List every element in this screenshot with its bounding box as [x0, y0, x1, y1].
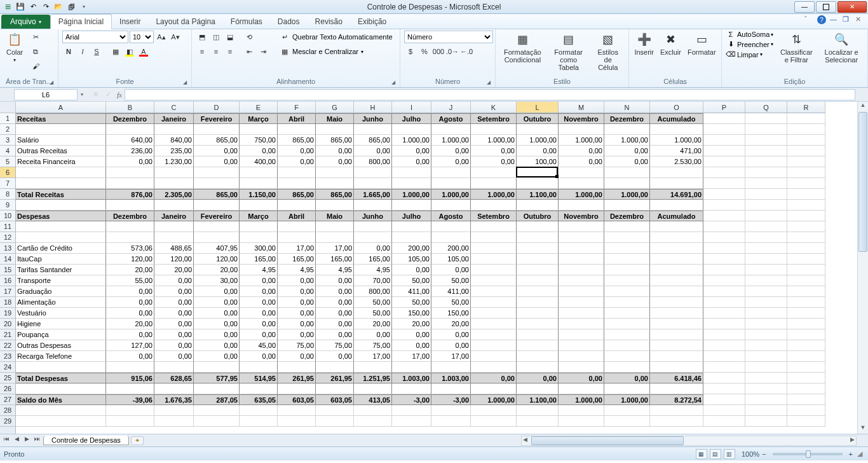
cell[interactable]: 300,00: [240, 243, 278, 254]
cell[interactable]: 0,00: [604, 146, 650, 156]
cell[interactable]: [745, 113, 787, 124]
cell[interactable]: 4,95: [278, 265, 316, 275]
cell[interactable]: 1.000,00: [471, 394, 517, 405]
cell[interactable]: [517, 178, 559, 189]
cell[interactable]: [559, 265, 604, 275]
column-header[interactable]: D: [194, 102, 240, 113]
cell[interactable]: 840,00: [154, 135, 194, 146]
cell[interactable]: [517, 124, 559, 135]
cell[interactable]: [745, 135, 787, 146]
increase-decimal-icon[interactable]: .0→: [446, 45, 459, 58]
cell[interactable]: 0,00: [194, 156, 240, 167]
cell[interactable]: -39,06: [106, 394, 154, 405]
cell[interactable]: 20,00: [106, 319, 154, 329]
number-launcher-icon[interactable]: ◢: [487, 79, 493, 86]
cell[interactable]: [604, 340, 650, 351]
cell[interactable]: [787, 340, 825, 351]
cell[interactable]: [354, 200, 392, 211]
wb-close-icon[interactable]: ✕: [855, 15, 864, 24]
row-header[interactable]: 25: [0, 373, 15, 384]
zoom-out-icon[interactable]: −: [762, 450, 766, 458]
cell[interactable]: Outras Despesas: [16, 340, 106, 351]
cell[interactable]: [106, 384, 154, 394]
cell[interactable]: [745, 178, 787, 189]
cell[interactable]: 1.003,00: [392, 373, 431, 384]
cell[interactable]: [703, 340, 745, 351]
cell[interactable]: [787, 265, 825, 275]
column-header[interactable]: P: [703, 102, 745, 113]
cell[interactable]: [471, 384, 517, 394]
cell[interactable]: [745, 416, 787, 427]
cell[interactable]: [745, 329, 787, 340]
cell[interactable]: 200,00: [431, 243, 471, 254]
cell[interactable]: [559, 297, 604, 308]
cell[interactable]: 0,00: [316, 308, 354, 319]
cell[interactable]: 1.000,00: [392, 189, 431, 200]
align-bottom-icon[interactable]: ⬓: [224, 31, 236, 43]
cell[interactable]: [278, 232, 316, 243]
cell[interactable]: [154, 178, 194, 189]
tab-home[interactable]: Página Inicial: [50, 14, 112, 29]
cell[interactable]: [787, 135, 825, 146]
cell[interactable]: 261,95: [316, 373, 354, 384]
bold-button[interactable]: N: [62, 45, 75, 58]
cell[interactable]: Dezembro: [604, 113, 650, 124]
cell[interactable]: Dezembro: [604, 211, 650, 221]
cell[interactable]: [106, 362, 154, 373]
cell[interactable]: [354, 405, 392, 416]
cell[interactable]: Janeiro: [154, 113, 194, 124]
cell[interactable]: [16, 416, 106, 427]
cell[interactable]: 0,00: [431, 146, 471, 156]
cell[interactable]: [471, 200, 517, 211]
cell[interactable]: [559, 340, 604, 351]
cell[interactable]: [431, 416, 471, 427]
cell[interactable]: [316, 124, 354, 135]
cell[interactable]: 573,06: [106, 243, 154, 254]
row-header[interactable]: 28: [0, 405, 15, 416]
new-sheet-icon[interactable]: ✦: [131, 436, 144, 445]
cell[interactable]: Dezembro: [106, 211, 154, 221]
cell[interactable]: [604, 200, 650, 211]
cell[interactable]: [787, 416, 825, 427]
select-all-corner[interactable]: [0, 102, 16, 113]
row-header[interactable]: 14: [0, 254, 15, 265]
cell[interactable]: 0,00: [278, 351, 316, 362]
row-header[interactable]: 7: [0, 178, 15, 189]
cell[interactable]: Março: [240, 211, 278, 221]
cell[interactable]: 413,05: [354, 394, 392, 405]
column-header[interactable]: I: [392, 102, 431, 113]
cell[interactable]: [604, 275, 650, 286]
cell[interactable]: [787, 243, 825, 254]
cell[interactable]: [431, 232, 471, 243]
cell[interactable]: [604, 308, 650, 319]
cell[interactable]: [106, 124, 154, 135]
sort-filter-button[interactable]: ⇅Classificar e Filtrar: [777, 31, 815, 65]
align-right-icon[interactable]: ≡: [224, 45, 236, 58]
cell[interactable]: [154, 167, 194, 178]
cell[interactable]: [787, 394, 825, 405]
cell[interactable]: 0,00: [316, 297, 354, 308]
cell[interactable]: 2.530,00: [650, 156, 703, 167]
cell[interactable]: 0,00: [431, 340, 471, 351]
cell[interactable]: [703, 308, 745, 319]
cell[interactable]: 50,00: [392, 275, 431, 286]
cell[interactable]: 1.000,00: [559, 135, 604, 146]
cell[interactable]: 50,00: [392, 297, 431, 308]
cell[interactable]: Fevereiro: [194, 211, 240, 221]
cell[interactable]: 1.000,00: [650, 135, 703, 146]
cell[interactable]: [16, 362, 106, 373]
cell[interactable]: 0,00: [240, 275, 278, 286]
cell[interactable]: [559, 200, 604, 211]
paste-button[interactable]: 📋 Colar ▾: [4, 31, 25, 64]
cell[interactable]: 0,00: [392, 146, 431, 156]
cell[interactable]: 1.000,00: [431, 135, 471, 146]
cell[interactable]: [354, 124, 392, 135]
cell[interactable]: [787, 405, 825, 416]
cell[interactable]: 0,00: [154, 340, 194, 351]
cell[interactable]: Vestuário: [16, 308, 106, 319]
cell[interactable]: 50,00: [431, 275, 471, 286]
cell[interactable]: [154, 405, 194, 416]
column-header[interactable]: N: [604, 102, 650, 113]
cell[interactable]: Poupança: [16, 329, 106, 340]
sheet-tab-active[interactable]: Controle de Despesas: [43, 436, 129, 445]
